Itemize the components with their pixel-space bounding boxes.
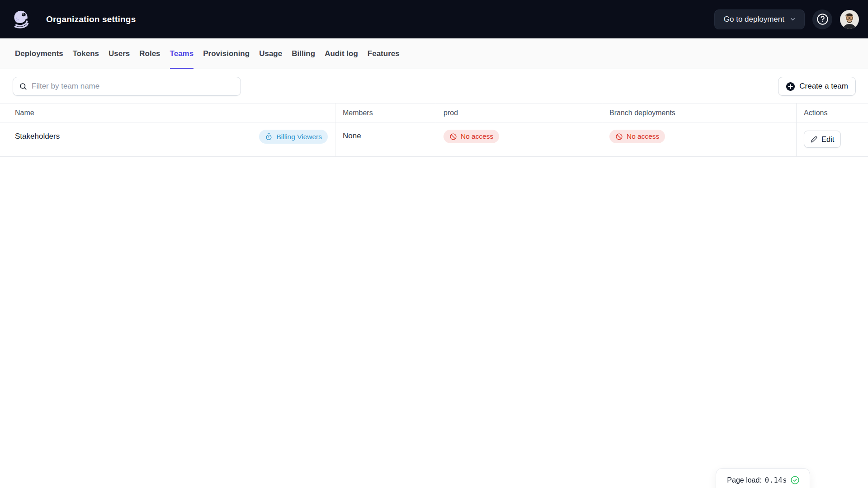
- teams-table: Name Members prod Branch deployments Act…: [0, 103, 868, 157]
- create-team-label: Create a team: [799, 82, 848, 91]
- branch-access-label: No access: [627, 132, 659, 141]
- tab-usage[interactable]: Usage: [259, 38, 282, 69]
- tab-audit-log[interactable]: Audit log: [325, 38, 358, 69]
- cell-members: None: [335, 122, 436, 156]
- page-load-value: 0.14s: [765, 476, 787, 484]
- chevron-down-icon: [789, 16, 796, 23]
- help-icon: [816, 13, 829, 25]
- top-bar-actions: Go to deployment: [714, 9, 859, 29]
- tab-provisioning[interactable]: Provisioning: [203, 38, 250, 69]
- cell-prod-access: No access: [436, 122, 602, 156]
- search-icon: [19, 82, 27, 90]
- table-header-row: Name Members prod Branch deployments Act…: [0, 103, 868, 122]
- billing-viewers-label: Billing Viewers: [276, 133, 322, 141]
- cell-team-name: Stakeholders Billing Viewers: [0, 122, 335, 156]
- tab-users[interactable]: Users: [108, 38, 130, 69]
- help-button[interactable]: [812, 9, 832, 29]
- tab-roles[interactable]: Roles: [139, 38, 160, 69]
- tab-features[interactable]: Features: [368, 38, 400, 69]
- tab-billing[interactable]: Billing: [292, 38, 315, 69]
- cell-branch-access: No access: [602, 122, 797, 156]
- check-circle-icon: [790, 475, 800, 485]
- plus-circle-icon: [786, 82, 795, 91]
- create-team-button[interactable]: Create a team: [778, 77, 856, 96]
- team-name: Stakeholders: [15, 130, 60, 141]
- column-header-members: Members: [335, 103, 436, 122]
- stopwatch-icon: [265, 133, 273, 141]
- column-header-prod: prod: [436, 103, 602, 122]
- edit-label: Edit: [821, 135, 834, 144]
- tab-teams[interactable]: Teams: [170, 38, 194, 69]
- user-avatar[interactable]: [840, 10, 859, 29]
- page-load-label: Page load:: [727, 476, 762, 484]
- prod-no-access-badge: No access: [443, 130, 499, 143]
- page-load-toast: Page load: 0.14s: [716, 468, 810, 488]
- members-value: None: [343, 130, 361, 141]
- prod-access-label: No access: [461, 132, 493, 141]
- page-title: Organization settings: [46, 14, 136, 24]
- table-row: Stakeholders Billing Viewers None No acc…: [0, 122, 868, 157]
- tab-tokens[interactable]: Tokens: [73, 38, 99, 69]
- tab-deployments[interactable]: Deployments: [15, 38, 63, 69]
- teams-toolbar: Create a team: [0, 69, 868, 96]
- column-header-name: Name: [0, 103, 335, 122]
- edit-team-button[interactable]: Edit: [804, 131, 841, 148]
- go-to-deployment-label: Go to deployment: [724, 15, 784, 24]
- settings-nav: Deployments Tokens Users Roles Teams Pro…: [0, 38, 868, 69]
- column-header-branch-deployments: Branch deployments: [602, 103, 797, 122]
- pencil-icon: [811, 136, 817, 143]
- branch-no-access-badge: No access: [609, 130, 665, 143]
- ban-icon: [449, 133, 457, 141]
- octopus-logo-icon: [11, 9, 31, 29]
- go-to-deployment-button[interactable]: Go to deployment: [714, 9, 805, 29]
- team-filter-box: [13, 77, 241, 96]
- avatar-image: [840, 10, 859, 29]
- billing-viewers-badge: Billing Viewers: [259, 130, 328, 144]
- ban-icon: [615, 133, 623, 141]
- column-header-actions: Actions: [797, 103, 868, 122]
- cell-actions: Edit: [797, 122, 868, 156]
- top-bar: Organization settings Go to deployment: [0, 0, 868, 38]
- team-filter-input[interactable]: [32, 82, 235, 91]
